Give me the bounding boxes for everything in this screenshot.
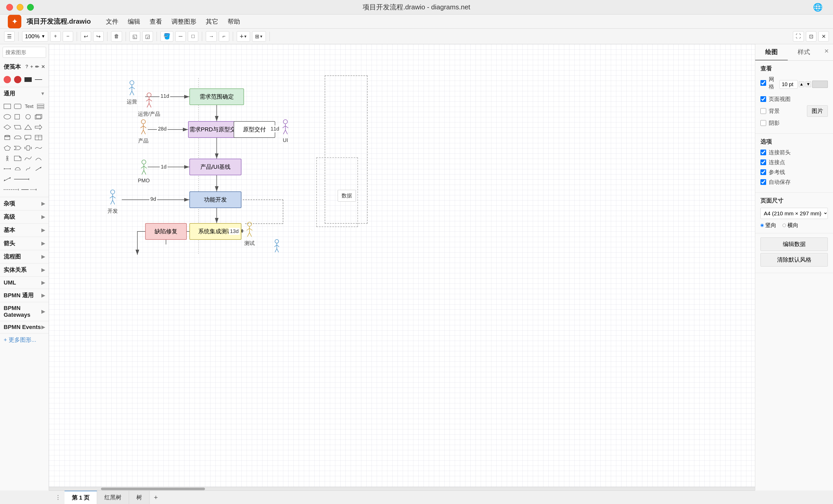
page-tab-2[interactable]: 红黑树 xyxy=(97,491,129,504)
grid-up-button[interactable]: ▲ xyxy=(799,81,804,87)
shape-cross[interactable] xyxy=(23,143,33,153)
zoom-dropdown-icon[interactable]: ▼ xyxy=(41,34,45,39)
node-baseline[interactable]: 产品/UI基线 xyxy=(189,159,241,175)
close-button[interactable] xyxy=(6,4,13,11)
shape-person[interactable] xyxy=(3,154,12,163)
autosave-checkbox[interactable] xyxy=(760,179,766,185)
shape-arc[interactable] xyxy=(34,154,43,163)
menu-file[interactable]: 文件 xyxy=(101,16,123,27)
shape-curved[interactable] xyxy=(23,154,33,163)
background-checkbox[interactable] xyxy=(760,108,766,114)
fullscreen-button[interactable]: ⛶ xyxy=(793,31,804,42)
node-bugfix[interactable]: 缺陷修复 xyxy=(145,223,187,240)
shape-table[interactable] xyxy=(34,133,43,142)
general-header[interactable]: 通用 ▼ xyxy=(0,87,49,100)
fav-line[interactable] xyxy=(34,75,43,84)
connection-type-button[interactable]: → xyxy=(206,31,217,42)
favorites-header[interactable]: 便笺本 ? + ✏ ✕ xyxy=(0,60,49,73)
menu-view[interactable]: 查看 xyxy=(145,16,167,27)
connection-arrows-checkbox[interactable] xyxy=(760,149,766,155)
shape-rect3d[interactable] xyxy=(34,112,43,121)
menu-help[interactable]: 帮助 xyxy=(223,16,245,27)
shadow-button[interactable]: □ xyxy=(188,31,198,42)
shape-note[interactable] xyxy=(13,154,22,163)
panel-close-button[interactable]: ✕ xyxy=(820,44,833,60)
shape-arrow-left-right[interactable] xyxy=(3,174,12,184)
arrows-header[interactable]: 箭头 ▶ xyxy=(0,237,49,250)
menu-other[interactable]: 其它 xyxy=(201,16,223,27)
landscape-label[interactable]: 横向 xyxy=(783,221,799,229)
bg-picture-button[interactable]: 图片 xyxy=(807,105,828,117)
delete-button[interactable]: 🗑 xyxy=(111,31,122,42)
edit-fav-icon[interactable]: ✏ xyxy=(35,64,39,70)
shape-text[interactable]: Text xyxy=(23,102,35,111)
globe-icon[interactable]: 🌐 xyxy=(813,3,823,12)
more-shapes-link[interactable]: + 更多图形... xyxy=(0,333,49,346)
shape-dashed-line[interactable] xyxy=(3,185,19,194)
help-icon[interactable]: ? xyxy=(25,64,28,70)
fav-circle-red[interactable] xyxy=(3,75,12,84)
shape-diamond[interactable] xyxy=(3,122,12,132)
tab-draw[interactable]: 绘图 xyxy=(755,44,788,60)
table-button[interactable]: ⊞▼ xyxy=(252,31,266,42)
shape-circle[interactable] xyxy=(23,112,33,121)
connection-points-checkbox[interactable] xyxy=(760,160,766,165)
fill-color-button[interactable]: 🪣 xyxy=(161,31,173,42)
landscape-radio[interactable] xyxy=(783,224,786,227)
redo-button[interactable]: ↪ xyxy=(93,31,103,42)
portrait-radio[interactable] xyxy=(760,224,764,227)
fit-page-button[interactable]: ⊡ xyxy=(806,31,816,42)
shape-double-arrow[interactable] xyxy=(3,164,12,173)
shape-list[interactable] xyxy=(36,102,45,111)
uml-header[interactable]: UML ▶ xyxy=(0,277,49,289)
format2-button[interactable]: ◲ xyxy=(142,31,153,42)
shape-dotted-line[interactable] xyxy=(20,185,37,194)
clear-style-button[interactable]: 清除默认风格 xyxy=(760,253,828,267)
bpmn-gateways-header[interactable]: BPMN Gateways ▶ xyxy=(0,302,49,321)
shape-half-circle[interactable] xyxy=(13,164,22,173)
flowchart-header[interactable]: 流程图 ▶ xyxy=(0,250,49,263)
shape-rect-rounded[interactable] xyxy=(13,102,22,111)
maximize-button[interactable] xyxy=(27,4,34,11)
grid-color-box[interactable] xyxy=(812,80,828,88)
insert-button[interactable]: +▼ xyxy=(237,31,250,42)
line-color-button[interactable]: ─ xyxy=(175,31,186,42)
bpmn-events-header[interactable]: BPMN Events ▶ xyxy=(0,321,49,333)
page-view-checkbox[interactable] xyxy=(760,96,766,102)
format1-button[interactable]: ◱ xyxy=(129,31,140,42)
waypoint-button[interactable]: ⌐ xyxy=(219,31,229,42)
shape-pentagon[interactable] xyxy=(3,143,12,153)
tab-style[interactable]: 样式 xyxy=(788,44,820,60)
close-panel-button[interactable]: ✕ xyxy=(818,31,829,42)
portrait-label[interactable]: 竖向 xyxy=(760,221,776,229)
horizontal-scrollbar[interactable] xyxy=(49,487,755,490)
shape-square[interactable] xyxy=(13,112,22,121)
shape-parallelogram[interactable] xyxy=(13,122,22,132)
close-fav-icon[interactable]: ✕ xyxy=(41,64,45,70)
guides-checkbox[interactable] xyxy=(760,169,766,175)
shape-arrow-diagonal[interactable] xyxy=(34,164,43,173)
undo-button[interactable]: ↩ xyxy=(81,31,91,42)
page-tab-1[interactable]: 第 1 页 xyxy=(65,491,97,504)
search-input[interactable] xyxy=(5,49,49,55)
shape-arrow-right[interactable] xyxy=(34,122,43,132)
zoom-in-button[interactable]: + xyxy=(50,31,61,42)
pagesize-select[interactable]: A4 (210 mm × 297 mm) xyxy=(760,208,828,219)
zoom-out-button[interactable]: − xyxy=(63,31,73,42)
shape-cloud[interactable] xyxy=(13,133,22,142)
shape-speech[interactable] xyxy=(23,133,33,142)
edit-data-button[interactable]: 编辑数据 xyxy=(760,237,828,251)
shape-ellipse[interactable] xyxy=(3,112,12,121)
menu-edit[interactable]: 编辑 xyxy=(123,16,145,27)
minimize-button[interactable] xyxy=(17,4,23,11)
shape-cylinder[interactable] xyxy=(3,133,12,142)
advanced-header[interactable]: 高级 ▶ xyxy=(0,210,49,223)
grid-checkbox[interactable] xyxy=(760,80,766,86)
tab-options-button[interactable]: ⋮ xyxy=(51,491,65,503)
shape-chevron[interactable] xyxy=(13,143,22,153)
shape-triangle[interactable] xyxy=(23,122,33,132)
shape-s-curve[interactable] xyxy=(23,164,33,173)
scrollbar-thumb[interactable] xyxy=(101,488,205,490)
bpmn-header[interactable]: BPMN 通用 ▶ xyxy=(0,289,49,302)
shape-rect[interactable] xyxy=(3,102,12,111)
